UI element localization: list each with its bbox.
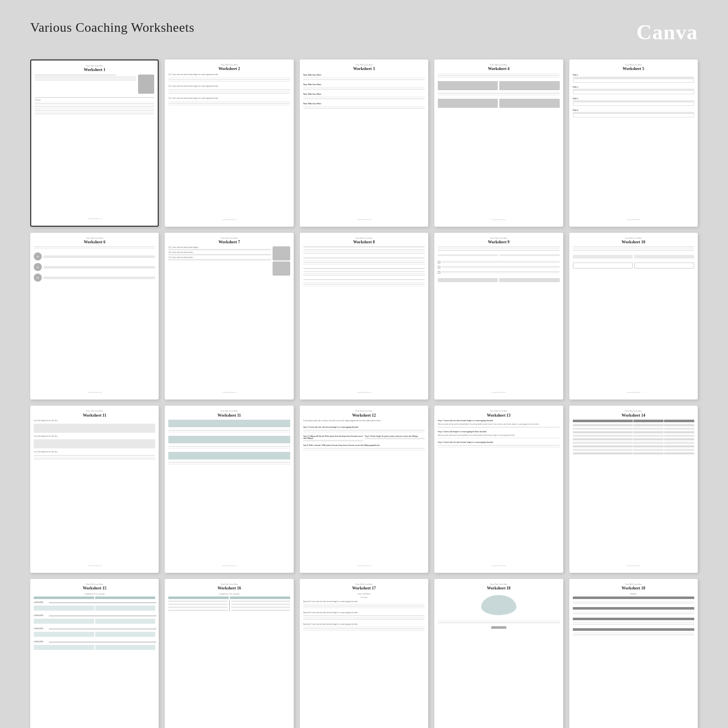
ws9-title: Worksheet 9 (438, 240, 559, 245)
worksheet-card-16[interactable]: Your Title Goes Here Worksheet 16 Compar… (165, 579, 293, 728)
ws10-footer: www.yourwebsite.com (573, 391, 694, 393)
ws7-title: Worksheet 7 (168, 240, 290, 245)
worksheet-card-5[interactable]: Your Title Goes Here Worksheet 5 Title 1… (569, 59, 698, 227)
worksheet-card-6[interactable]: Your Title Goes Here Worksheet 6 W W W (30, 233, 159, 400)
worksheet-card-12[interactable]: Your Title Goes Here Worksheet 12 Lorem … (300, 406, 428, 573)
worksheet-card-3[interactable]: Your Title Goes Here Worksheet 3 Your Ti… (300, 59, 428, 227)
ws8-subtitle: Your Title Goes Here (303, 237, 425, 239)
ws18b-title: Worksheet 18 (573, 586, 694, 591)
ws2-subtitle: Your Title Goes Here (168, 63, 290, 66)
ws15-subtitle: Your Title Goes Here (34, 583, 155, 585)
worksheet-card-18a[interactable]: Your Title Goes Here Worksheet 18 www.yo… (434, 579, 563, 728)
ws17-type: Survey Worksheet (303, 593, 425, 595)
ws4-footer: www.yourwebsite.com (438, 219, 559, 221)
ws6-subtitle: Your Title Goes Here (34, 237, 155, 239)
ws14-subtitle: Your Title Goes Here (573, 410, 694, 412)
ws5-subtitle: Your Title Goes Here (573, 63, 694, 66)
ws9-body (438, 246, 559, 391)
ws7-footer: www.yourwebsite.com (168, 391, 290, 393)
ws4-title: Worksheet 4 (438, 67, 559, 72)
ws2-body: Q.1. Carrot cake tart cake brownie dragé… (168, 74, 290, 219)
ws11b-footer: www.yourwebsite.com (168, 565, 290, 567)
ws6-body: W W W (34, 246, 155, 391)
ws1-body: NOTES: (35, 75, 154, 218)
ws1-title: Worksheet 1 (35, 68, 154, 73)
ws12-subtitle: Your Title Goes Here (303, 410, 425, 412)
page-title: Various Coaching Worksheets (30, 20, 194, 35)
ws17-body: Question1: Carrot cake tart cake brownie… (303, 601, 425, 728)
ws11-subtitle: Your Title Goes Here (34, 410, 155, 412)
worksheet-card-17[interactable]: Your Title Goes Here Worksheet 17 Survey… (300, 579, 428, 728)
ws2-title: Worksheet 2 (168, 67, 290, 72)
worksheet-card-4[interactable]: Your Title Goes Here Worksheet 4 www.you… (434, 59, 563, 227)
ws3-footer: www.yourwebsite.com (303, 219, 425, 221)
ws4-body (438, 74, 559, 219)
worksheet-card-11[interactable]: Your Title Goes Here Worksheet 11 Your T… (30, 406, 159, 573)
ws17-title: Worksheet 17 (303, 586, 425, 591)
canva-logo: Canva (636, 20, 698, 44)
ws17-subtitle: Your Title Goes Here (303, 583, 425, 585)
ws12-body: Lorem ipsum candy cake croissant, chocol… (303, 420, 425, 565)
ws18b-body (573, 597, 694, 728)
ws5-body: Title 1 Title 2 Title 3 Title 4 (573, 74, 694, 219)
page-container: Various Coaching Worksheets Canva Your T… (0, 0, 728, 728)
ws12-title: Worksheet 12 (303, 413, 425, 418)
worksheet-card-2[interactable]: Your Title Goes Here Worksheet 2 Q.1. Ca… (165, 59, 293, 227)
ws11-title: Worksheet 11 (34, 413, 155, 418)
worksheet-card-14[interactable]: Your Title Goes Here Worksheet 14 (569, 406, 698, 573)
ws5-footer: www.yourwebsite.com (573, 219, 694, 221)
ws1-footer: www.yourwebsite.com (35, 218, 154, 220)
ws3-body: Your Title Goes Here Your Title Goes Her… (303, 74, 425, 219)
worksheet-card-18b[interactable]: Your Title Goes Here Worksheet 18 Handou… (569, 579, 698, 728)
ws3-subtitle: Your Title Goes Here (303, 63, 425, 66)
ws15-body: CONCEPTS CONCEPTS CONCEPTS (34, 601, 155, 728)
ws11-body: Your Title Right Here In The Box Your Ti… (34, 420, 155, 565)
ws1-subtitle: Your Title Goes Here (35, 64, 154, 67)
ws10-body (573, 246, 694, 391)
ws2-footer: www.yourwebsite.com (168, 219, 290, 221)
ws8-title: Worksheet 8 (303, 240, 425, 245)
ws16-title: Worksheet 16 (168, 586, 290, 591)
ws7-body: Q.1. Carrot cake tart cake brownie dragé… (168, 246, 290, 391)
ws6-title: Worksheet 6 (34, 240, 155, 245)
ws14-body (573, 420, 694, 565)
worksheets-grid: Your Title Goes Here Worksheet 1 NOTES: (30, 59, 698, 728)
ws14-title: Worksheet 14 (573, 413, 694, 418)
worksheet-card-9[interactable]: Your Title Goes Here Worksheet 9 (434, 233, 563, 400)
ws12-footer: www.yourwebsite.com (303, 565, 425, 567)
ws16-body (168, 601, 290, 728)
ws10-subtitle: Your Title Goes Here (573, 237, 694, 239)
ws11b-body (168, 420, 290, 565)
ws18a-subtitle: Your Title Goes Here (438, 583, 559, 585)
ws15-desc: Comparison of two concepts (34, 593, 155, 595)
ws15-title: Worksheet 15 (34, 586, 155, 591)
ws8-footer: www.yourwebsite.com (303, 391, 425, 393)
ws18a-title: Worksheet 18 (438, 586, 559, 591)
ws13-title: Worksheet 13 (438, 413, 559, 418)
ws16-desc: Comparison of two concepts (168, 593, 290, 595)
ws13-body: Step 1: Carrot cake tart cake brownie dr… (438, 420, 559, 565)
ws18a-body (438, 593, 559, 728)
ws18b-subtitle: Your Title Goes Here (573, 583, 694, 585)
worksheet-card-15[interactable]: Your Title Goes Here Worksheet 15 Compar… (30, 579, 159, 728)
ws14-footer: www.yourwebsite.com (573, 565, 694, 567)
ws6-footer: www.yourwebsite.com (34, 391, 155, 393)
worksheet-card-7[interactable]: Your Title Goes Here Worksheet 7 Q.1. Ca… (165, 233, 293, 400)
worksheet-card-13[interactable]: Your Title Goes Here Worksheet 13 Step 1… (434, 406, 563, 573)
ws11b-title: Worksheet 11 (168, 413, 290, 418)
ws7-subtitle: Your Title Goes Here (168, 237, 290, 239)
ws13-subtitle: Your Title Goes Here (438, 410, 559, 412)
ws9-footer: www.yourwebsite.com (438, 391, 559, 393)
ws5-title: Worksheet 5 (573, 67, 694, 72)
ws10-title: Worksheet 10 (573, 240, 694, 245)
ws11b-subtitle: Your Title Goes Here (168, 410, 290, 412)
worksheet-card-10[interactable]: Your Title Goes Here Worksheet 10 (569, 233, 698, 400)
ws8-body (303, 246, 425, 391)
ws16-subtitle: Your Title Goes Here (168, 583, 290, 585)
worksheet-card-11b[interactable]: Your Title Goes Here Worksheet 11 www.yo… (165, 406, 293, 573)
ws3-title: Worksheet 3 (303, 67, 425, 72)
worksheet-card-1[interactable]: Your Title Goes Here Worksheet 1 NOTES: (30, 59, 159, 227)
worksheet-card-8[interactable]: Your Title Goes Here Worksheet 8 www.you… (300, 233, 428, 400)
header: Various Coaching Worksheets Canva (30, 20, 698, 44)
ws9-subtitle: Your Title Goes Here (438, 237, 559, 239)
